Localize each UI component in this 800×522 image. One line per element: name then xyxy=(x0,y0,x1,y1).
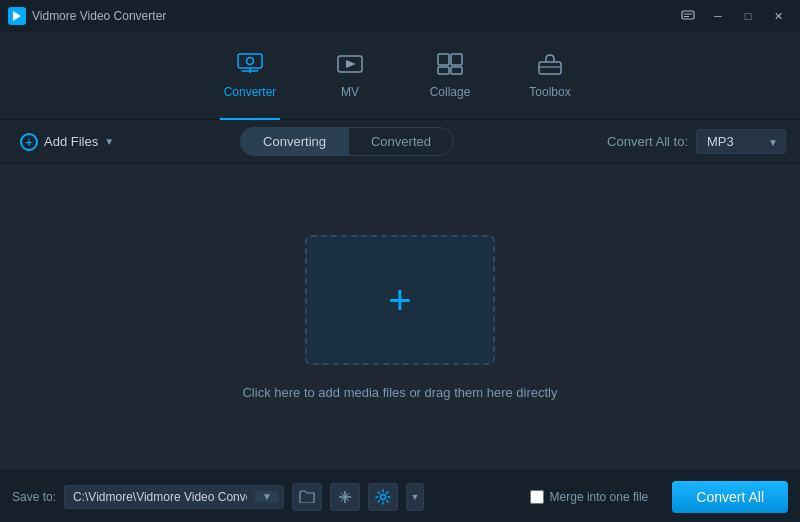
settings-arrow: ▼ xyxy=(411,492,420,502)
toolbox-label: Toolbox xyxy=(529,85,570,99)
convert-all-label: Convert All to: xyxy=(607,134,688,149)
merge-wrapper: Merge into one file xyxy=(530,490,649,504)
svg-rect-13 xyxy=(451,67,462,74)
settings-dropdown-button[interactable]: ▼ xyxy=(406,483,424,511)
svg-rect-11 xyxy=(451,54,462,65)
format-select[interactable]: MP3 MP4 AVI MOV MKV xyxy=(696,129,786,154)
converter-label: Converter xyxy=(224,85,277,99)
close-button[interactable]: ✕ xyxy=(764,5,792,27)
folder-button[interactable] xyxy=(292,483,322,511)
maximize-button[interactable]: □ xyxy=(734,5,762,27)
svg-rect-14 xyxy=(539,62,561,74)
toolbox-icon xyxy=(537,53,563,79)
nav-item-converter[interactable]: Converter xyxy=(200,32,300,120)
merge-label: Merge into one file xyxy=(550,490,649,504)
svg-rect-10 xyxy=(438,54,449,65)
settings-icon-button[interactable] xyxy=(368,483,398,511)
minimize-button[interactable]: ─ xyxy=(704,5,732,27)
add-files-arrow: ▼ xyxy=(104,136,114,147)
plus-icon: + xyxy=(388,280,411,320)
nav-item-mv[interactable]: MV xyxy=(300,32,400,120)
convert-all-button[interactable]: Convert All xyxy=(672,481,788,513)
mv-label: MV xyxy=(341,85,359,99)
svg-rect-4 xyxy=(238,54,262,68)
svg-rect-12 xyxy=(438,67,449,74)
nav-bar: Converter MV Collage xyxy=(0,32,800,120)
toolbar: + Add Files ▼ Converting Converted Conve… xyxy=(0,120,800,164)
add-files-button[interactable]: + Add Files ▼ xyxy=(14,129,120,155)
title-bar: Vidmore Video Converter ─ □ ✕ xyxy=(0,0,800,32)
add-files-label: Add Files xyxy=(44,134,98,149)
format-select-wrapper: MP3 MP4 AVI MOV MKV ▼ xyxy=(696,129,786,154)
main-content: + Click here to add media files or drag … xyxy=(0,164,800,470)
add-circle-icon: + xyxy=(20,133,38,151)
merge-checkbox[interactable] xyxy=(530,490,544,504)
svg-marker-9 xyxy=(346,60,356,68)
tab-converting[interactable]: Converting xyxy=(240,127,348,156)
tab-group: Converting Converted xyxy=(240,127,454,156)
collage-icon xyxy=(437,53,463,79)
save-path-wrapper: ▼ xyxy=(64,485,284,509)
collage-label: Collage xyxy=(430,85,471,99)
chat-button[interactable] xyxy=(674,5,702,27)
svg-marker-0 xyxy=(13,11,21,21)
nav-item-toolbox[interactable]: Toolbox xyxy=(500,32,600,120)
save-to-label: Save to: xyxy=(12,490,56,504)
svg-point-5 xyxy=(247,57,254,64)
svg-point-20 xyxy=(381,494,386,499)
svg-rect-1 xyxy=(682,11,694,19)
drop-zone[interactable]: + xyxy=(305,235,495,365)
footer: Save to: ▼ ▼ Merge into one file Convert… xyxy=(0,470,800,522)
mv-icon xyxy=(337,53,363,79)
save-path-input[interactable] xyxy=(65,486,255,508)
app-title: Vidmore Video Converter xyxy=(32,9,674,23)
window-controls: ─ □ ✕ xyxy=(674,5,792,27)
save-path-dropdown[interactable]: ▼ xyxy=(255,491,278,502)
tab-converted[interactable]: Converted xyxy=(348,127,454,156)
cut-icon-button[interactable] xyxy=(330,483,360,511)
converter-icon xyxy=(237,53,263,79)
drop-text[interactable]: Click here to add media files or drag th… xyxy=(242,385,557,400)
app-icon xyxy=(8,7,26,25)
nav-item-collage[interactable]: Collage xyxy=(400,32,500,120)
